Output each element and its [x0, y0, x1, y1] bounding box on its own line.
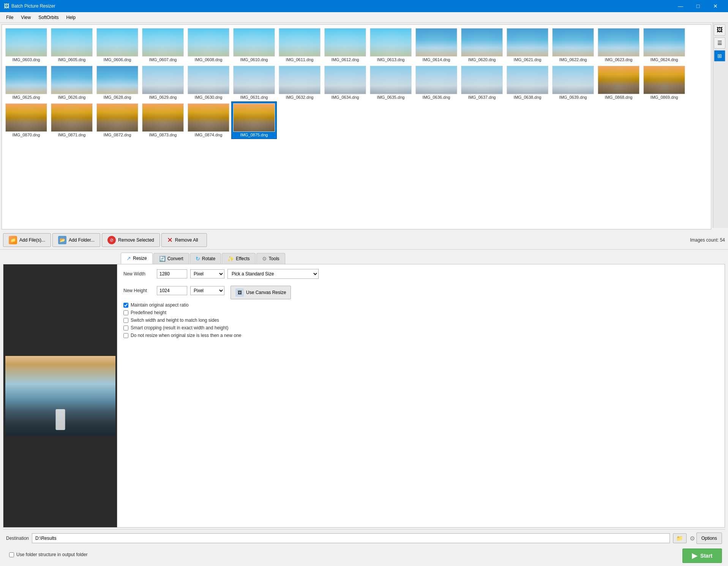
new-height-label: New Height [123, 288, 154, 293]
list-item[interactable]: IMG_0872.dng [95, 101, 140, 139]
standard-size-select[interactable]: Pick a Standard Size 640x480 800x600 102… [227, 269, 319, 279]
list-item[interactable]: IMG_0632.dng [277, 64, 322, 101]
image-grid-container[interactable]: IMG_0603.dngIMG_0605.dngIMG_0606.dngIMG_… [2, 24, 711, 229]
list-item[interactable]: IMG_0873.dng [140, 101, 186, 139]
minimize-button[interactable]: — [672, 0, 689, 12]
list-item[interactable]: IMG_0869.dng [641, 64, 687, 101]
list-item[interactable]: IMG_0606.dng [95, 26, 140, 64]
list-item[interactable]: IMG_0628.dng [95, 64, 140, 101]
remove-all-button[interactable]: ✕ Remove All [161, 233, 207, 247]
list-item[interactable]: IMG_0605.dng [49, 26, 95, 64]
smart-crop-checkbox[interactable] [123, 326, 128, 330]
sidebar-view-btn1[interactable]: 🖼 [714, 24, 725, 36]
start-button[interactable]: ▶ Start [682, 549, 722, 563]
list-item[interactable]: IMG_0875.dng [231, 101, 277, 139]
list-item[interactable]: IMG_0636.dng [414, 64, 459, 101]
list-item[interactable]: IMG_0635.dng [368, 64, 414, 101]
list-item[interactable]: IMG_0612.dng [322, 26, 368, 64]
tab-resize[interactable]: ↗ Resize [121, 253, 153, 264]
remove-selected-button[interactable]: ⊘ Remove Selected [102, 233, 160, 247]
images-count: Images count: 54 [690, 237, 725, 243]
image-filename: IMG_0628.dng [96, 95, 138, 100]
switch-sides-checkbox[interactable] [123, 318, 128, 323]
sidebar-view-btn2[interactable]: ☰ [714, 37, 725, 49]
list-item[interactable]: IMG_0631.dng [231, 64, 277, 101]
list-item[interactable]: IMG_0610.dng [231, 26, 277, 64]
list-item[interactable]: IMG_0603.dng [3, 26, 49, 64]
folder-structure-checkbox[interactable] [9, 552, 14, 557]
destination-input[interactable] [32, 533, 670, 543]
list-item[interactable]: IMG_0626.dng [49, 64, 95, 101]
list-item[interactable]: IMG_0613.dng [368, 26, 414, 64]
menu-file[interactable]: File [2, 13, 17, 22]
width-unit-select[interactable]: Pixel Percent cm mm inch [190, 269, 224, 278]
sidebar-view-btn3[interactable]: ⊞ [714, 50, 725, 62]
preview-panel [3, 264, 117, 527]
height-unit-select[interactable]: Pixel Percent cm mm inch [190, 286, 224, 295]
list-item[interactable]: IMG_0620.dng [459, 26, 505, 64]
tools-tab-icon: ⚙ [262, 256, 267, 262]
list-item[interactable]: IMG_0637.dng [459, 64, 505, 101]
app-icon: 🖼 [4, 3, 9, 9]
menu-help[interactable]: Help [63, 13, 80, 22]
canvas-resize-button[interactable]: 🖼 Use Canvas Resize [231, 286, 291, 299]
maximize-button[interactable]: □ [689, 0, 707, 12]
list-item[interactable]: IMG_0621.dng [505, 26, 550, 64]
list-item[interactable]: IMG_0607.dng [140, 26, 186, 64]
predefined-height-checkbox[interactable] [123, 310, 128, 315]
tab-effects[interactable]: ✨ Effects [222, 253, 255, 264]
remove-all-label: Remove All [175, 237, 198, 243]
add-folder-button[interactable]: 📂 Add Folder... [52, 233, 100, 247]
list-item[interactable]: IMG_0638.dng [505, 64, 550, 101]
destination-label: Destination [6, 536, 29, 541]
list-item[interactable]: IMG_0630.dng [186, 64, 231, 101]
list-item[interactable]: IMG_0623.dng [596, 26, 641, 64]
image-filename: IMG_0606.dng [96, 57, 138, 62]
add-folder-label: Add Folder... [69, 237, 95, 243]
tab-rotate[interactable]: ↻ Rotate [190, 253, 221, 264]
image-filename: IMG_0608.dng [188, 57, 229, 62]
list-item[interactable]: IMG_0608.dng [186, 26, 231, 64]
image-filename: IMG_0629.dng [142, 95, 184, 100]
tab-convert[interactable]: 🔄 Convert [153, 253, 189, 264]
menu-view[interactable]: View [17, 13, 35, 22]
list-item[interactable]: IMG_0868.dng [596, 64, 641, 101]
no-resize-checkbox[interactable] [123, 333, 128, 338]
resize-tab-label: Resize [133, 256, 147, 261]
new-width-input[interactable] [157, 269, 187, 278]
image-filename: IMG_0872.dng [96, 133, 138, 137]
app-title: Batch Picture Resizer [11, 3, 55, 9]
new-height-row: New Height Pixel Percent cm mm inch 🖼 Us… [123, 282, 719, 299]
list-item[interactable]: IMG_0634.dng [322, 64, 368, 101]
image-filename: IMG_0638.dng [507, 95, 548, 100]
options-button[interactable]: Options [696, 533, 722, 544]
tools-tab-label: Tools [269, 256, 280, 261]
predefined-height-row: Predefined height [123, 310, 719, 315]
list-item[interactable]: IMG_0611.dng [277, 26, 322, 64]
list-item[interactable]: IMG_0625.dng [3, 64, 49, 101]
switch-sides-label: Switch width and height to match long si… [131, 318, 219, 323]
list-item[interactable]: IMG_0870.dng [3, 101, 49, 139]
list-item[interactable]: IMG_0622.dng [550, 26, 596, 64]
tab-tools[interactable]: ⚙ Tools [256, 253, 285, 264]
list-item[interactable]: IMG_0871.dng [49, 101, 95, 139]
new-height-input[interactable] [157, 286, 187, 295]
list-item[interactable]: IMG_0874.dng [186, 101, 231, 139]
list-item[interactable]: IMG_0629.dng [140, 64, 186, 101]
destination-browse-button[interactable]: 📁 [673, 533, 687, 543]
image-filename: IMG_0637.dng [461, 95, 503, 100]
list-item[interactable]: IMG_0639.dng [550, 64, 596, 101]
menu-softorbits[interactable]: SoftOrbits [35, 13, 62, 22]
list-item[interactable]: IMG_0624.dng [641, 26, 687, 64]
maintain-aspect-checkbox[interactable] [123, 303, 128, 308]
image-filename: IMG_0870.dng [5, 133, 47, 137]
close-button[interactable]: ✕ [707, 0, 724, 12]
add-files-button[interactable]: 📁 Add File(s)... [3, 233, 51, 247]
list-item[interactable]: IMG_0614.dng [414, 26, 459, 64]
image-filename: IMG_0868.dng [598, 95, 640, 100]
tabs-bar: ↗ Resize 🔄 Convert ↻ Rotate ✨ Effects ⚙ … [3, 251, 725, 264]
canvas-resize-label: Use Canvas Resize [246, 290, 286, 295]
settings-panel: New Width Pixel Percent cm mm inch Pick … [117, 264, 725, 527]
image-filename: IMG_0622.dng [552, 57, 594, 62]
image-filename: IMG_0614.dng [415, 57, 457, 62]
